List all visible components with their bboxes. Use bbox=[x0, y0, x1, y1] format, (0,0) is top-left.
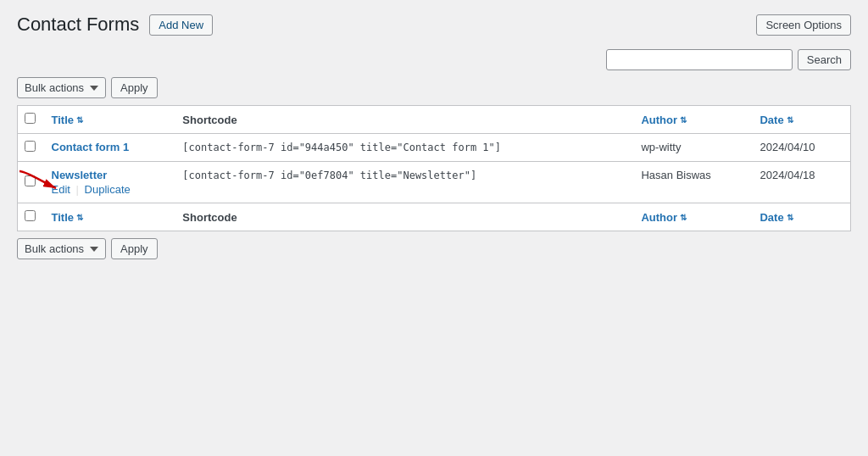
apply-button-bottom[interactable]: Apply bbox=[111, 238, 158, 259]
table-row: Contact form 1 [contact-form-7 id="944a4… bbox=[18, 134, 851, 162]
page-title: Contact Forms bbox=[17, 14, 139, 36]
sort-icon-date-bottom: ⇅ bbox=[787, 213, 793, 222]
sort-icon-title-bottom: ⇅ bbox=[76, 213, 83, 222]
sort-icon-date: ⇅ bbox=[787, 115, 793, 125]
col-header-shortcode: Shortcode bbox=[174, 106, 632, 134]
bulk-actions-select-top[interactable]: Bulk actions bbox=[17, 77, 106, 98]
search-button[interactable]: Search bbox=[798, 49, 851, 70]
sort-icon-author: ⇅ bbox=[680, 115, 687, 125]
duplicate-link-2[interactable]: Duplicate bbox=[85, 183, 131, 196]
row-author-cell-1: wp-witty bbox=[632, 134, 751, 162]
col-footer-cb bbox=[18, 203, 43, 231]
row-date-cell-2: 2024/04/18 bbox=[751, 162, 850, 203]
row-title-cell-2: Newsletter Edit | Duplicate bbox=[43, 162, 175, 203]
col-footer-sort-title[interactable]: Title ⇅ bbox=[52, 211, 84, 224]
author-text-2: Hasan Biswas bbox=[641, 169, 710, 181]
date-text-2: 2024/04/18 bbox=[760, 169, 815, 181]
row-date-cell-1: 2024/04/10 bbox=[751, 134, 850, 162]
row-checkbox-cell-1 bbox=[18, 134, 43, 162]
col-sort-title[interactable]: Title ⇅ bbox=[52, 114, 84, 126]
bulk-actions-select-bottom[interactable]: Bulk actions bbox=[17, 238, 106, 259]
form-title-link-1[interactable]: Contact form 1 bbox=[52, 141, 130, 153]
bulk-actions-bar-top: Bulk actions Apply bbox=[17, 77, 851, 98]
col-header-title: Title ⇅ bbox=[43, 106, 175, 134]
row-author-cell-2: Hasan Biswas bbox=[632, 162, 751, 203]
table-row: Newsletter Edit | Duplicate [contact-for… bbox=[18, 162, 851, 203]
sort-icon-title: ⇅ bbox=[76, 115, 83, 125]
col-footer-author: Author ⇅ bbox=[632, 203, 751, 231]
row-title-cell-1: Contact form 1 bbox=[43, 134, 175, 162]
forms-table: Title ⇅ Shortcode Author ⇅ bbox=[17, 105, 851, 231]
row-checkbox-cell-2 bbox=[18, 162, 43, 203]
bulk-actions-bar-bottom: Bulk actions Apply bbox=[17, 238, 851, 259]
add-new-button[interactable]: Add New bbox=[149, 14, 213, 36]
col-footer-sort-date[interactable]: Date ⇅ bbox=[760, 211, 793, 224]
apply-button-top[interactable]: Apply bbox=[111, 77, 158, 98]
col-header-author: Author ⇅ bbox=[632, 106, 751, 134]
col-footer-date: Date ⇅ bbox=[751, 203, 850, 231]
shortcode-text-1: [contact-form-7 id="944a450" title="Cont… bbox=[182, 142, 501, 153]
select-all-checkbox-top[interactable] bbox=[25, 113, 36, 124]
row-shortcode-cell-2: [contact-form-7 id="0ef7804" title="News… bbox=[174, 162, 632, 203]
forms-table-container: Title ⇅ Shortcode Author ⇅ bbox=[17, 105, 851, 231]
col-sort-author[interactable]: Author ⇅ bbox=[641, 114, 687, 126]
date-text-1: 2024/04/10 bbox=[760, 141, 815, 153]
shortcode-text-2: [contact-form-7 id="0ef7804" title="News… bbox=[182, 170, 476, 181]
search-input[interactable] bbox=[606, 49, 793, 70]
col-header-date: Date ⇅ bbox=[751, 106, 850, 134]
row-checkbox-2[interactable] bbox=[25, 175, 36, 186]
col-header-cb bbox=[18, 106, 43, 134]
sort-icon-author-bottom: ⇅ bbox=[680, 213, 687, 222]
author-text-1: wp-witty bbox=[641, 141, 681, 153]
screen-options-button[interactable]: Screen Options bbox=[756, 14, 851, 36]
col-footer-shortcode: Shortcode bbox=[174, 203, 632, 231]
edit-link-2[interactable]: Edit bbox=[52, 183, 70, 196]
col-footer-title: Title ⇅ bbox=[43, 203, 175, 231]
col-footer-sort-author[interactable]: Author ⇅ bbox=[641, 211, 687, 224]
select-all-checkbox-bottom[interactable] bbox=[25, 210, 36, 221]
table-footer-row: Title ⇅ Shortcode Author ⇅ bbox=[18, 203, 851, 231]
form-title-link-2[interactable]: Newsletter bbox=[52, 169, 108, 181]
row-checkbox-1[interactable] bbox=[25, 141, 36, 152]
row-shortcode-cell-1: [contact-form-7 id="944a450" title="Cont… bbox=[174, 134, 632, 162]
col-sort-date[interactable]: Date ⇅ bbox=[760, 114, 793, 126]
row-actions-2: Edit | Duplicate bbox=[52, 183, 131, 196]
